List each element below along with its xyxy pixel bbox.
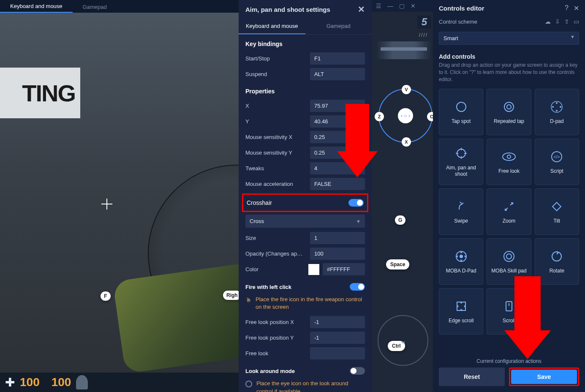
toggle-crosshair[interactable] — [348, 199, 364, 207]
cloud-upload-icon[interactable]: ☁ — [545, 18, 551, 25]
folder-icon[interactable]: ▭ — [574, 18, 579, 25]
tilt-icon — [550, 199, 564, 214]
input-size[interactable] — [310, 232, 365, 244]
close-window-icon[interactable]: ✕ — [411, 3, 416, 9]
svg-point-19 — [460, 255, 463, 258]
hamburger-icon[interactable]: ☰ — [376, 3, 381, 9]
dpad-key-v[interactable]: V — [402, 85, 411, 94]
input-tweaks[interactable] — [310, 162, 365, 174]
svg-point-5 — [556, 110, 558, 112]
control-scroll[interactable]: Scroll — [487, 288, 531, 335]
tab-gamepad[interactable]: Gamepad — [73, 1, 117, 13]
control-moba-dpad[interactable]: MOBA D-Pad — [439, 238, 483, 285]
svg-point-1 — [504, 102, 514, 112]
dpad-key-x[interactable]: X — [402, 137, 411, 147]
control-swipe[interactable]: Swipe — [439, 188, 483, 235]
minimize-icon[interactable]: — — [387, 3, 393, 9]
crosshair-toggle-row: Crosshair — [242, 193, 368, 212]
dpad-overlay[interactable]: ‹ ○ › V Z C X — [378, 89, 433, 143]
script-icon: </> — [550, 150, 564, 164]
color-swatch[interactable] — [308, 264, 319, 275]
label-fly: Free look position Y — [245, 335, 307, 341]
label-color: Color — [245, 266, 305, 272]
input-msy[interactable] — [310, 147, 365, 159]
maximize-icon[interactable]: ▢ — [399, 3, 405, 9]
chevron-down-icon: ⌄ — [400, 335, 407, 346]
svg-point-20 — [504, 251, 514, 261]
label-look-around: Look around mode — [245, 368, 346, 374]
reset-button[interactable]: Reset — [439, 368, 505, 386]
hud-weapon-icon — [376, 41, 431, 59]
toggle-fire-left-click[interactable] — [350, 283, 365, 291]
input-msx[interactable] — [310, 131, 365, 143]
close-icon[interactable]: ✕ — [358, 5, 365, 14]
close-editor-icon[interactable]: ✕ — [574, 4, 579, 12]
key-badge-g[interactable]: G — [395, 215, 405, 225]
input-x[interactable] — [310, 100, 365, 112]
svg-point-7 — [560, 106, 561, 108]
label-opacity: Opacity (Changes ap… — [245, 250, 307, 257]
control-moba-skill[interactable]: MOBA Skill pad — [487, 238, 531, 285]
control-repeated-tap[interactable]: Repeated tap — [487, 89, 531, 135]
toggle-look-around[interactable] — [350, 367, 365, 375]
input-opacity[interactable] — [310, 248, 365, 260]
control-tilt[interactable]: Tilt — [535, 188, 579, 235]
input-start-stop[interactable] — [310, 52, 365, 65]
input-freelook[interactable] — [310, 347, 365, 359]
key-badge-f[interactable]: F — [101, 291, 111, 301]
label-crosshair: Crosshair — [247, 199, 348, 206]
select-crosshair-shape[interactable]: Cross — [245, 215, 365, 228]
panel-title: Aim, pan and shoot settings — [245, 6, 330, 13]
dpad-icon — [550, 100, 564, 114]
input-suspend[interactable] — [310, 68, 365, 80]
edge-scroll-icon — [454, 299, 468, 313]
radio-look-around[interactable] — [245, 381, 252, 387]
joystick-overlay[interactable]: ⌄ — [378, 315, 428, 366]
control-zoom[interactable]: Zoom — [487, 188, 531, 235]
input-y[interactable] — [310, 115, 365, 128]
svg-point-0 — [457, 102, 466, 112]
panel-tab-keyboard[interactable]: Keyboard and mouse — [239, 19, 305, 34]
weapon-render — [113, 258, 239, 374]
svg-point-2 — [507, 105, 511, 109]
input-mouse-accel[interactable] — [310, 178, 365, 190]
controls-editor-panel: Controls editor ? ✕ Control scheme ☁ ⇩ ⇧… — [433, 0, 585, 392]
export-icon[interactable]: ⇧ — [564, 18, 569, 25]
control-tap-spot[interactable]: Tap spot — [439, 89, 483, 135]
control-dpad[interactable]: D-pad — [535, 89, 579, 135]
help-icon[interactable]: ? — [565, 4, 569, 12]
section-properties: Properties — [239, 82, 372, 98]
label-msx: Mouse sensitivity X — [245, 134, 307, 140]
label-freelook: Free look — [245, 350, 307, 357]
svg-point-6 — [552, 106, 554, 108]
input-color[interactable] — [323, 263, 365, 275]
control-free-look[interactable]: Free look — [487, 139, 531, 185]
input-fly[interactable] — [310, 332, 365, 344]
control-aim-pan-shoot[interactable]: Aim, pan and shoot — [439, 139, 483, 185]
select-control-scheme[interactable]: Smart — [439, 32, 579, 45]
hud-avatar-icon — [76, 375, 88, 389]
swipe-icon — [454, 199, 468, 214]
dpad-center-icon: ‹ ○ › — [398, 108, 413, 123]
hud-score: 5 — [417, 15, 431, 29]
tab-keyboard-mouse[interactable]: Keyboard and mouse — [0, 0, 73, 13]
panel-tab-gamepad[interactable]: Gamepad — [305, 19, 372, 34]
control-script[interactable]: </>Script — [535, 139, 579, 185]
key-badge-right-click[interactable]: Righ — [223, 291, 239, 300]
repeated-tap-icon — [502, 100, 516, 114]
control-edge-scroll[interactable]: Edge scroll — [439, 288, 483, 335]
game-viewport: TING F Righ ✚ 100 100 — [0, 13, 239, 392]
mouse-icon: 🖱 — [245, 297, 251, 303]
dpad-key-z[interactable]: Z — [375, 112, 384, 121]
input-flx[interactable] — [310, 316, 365, 328]
label-mouse-accel: Mouse acceleration — [245, 181, 307, 187]
import-icon[interactable]: ⇩ — [555, 18, 560, 25]
hud-armor: 100 — [52, 376, 71, 389]
label-y: Y — [245, 118, 307, 125]
save-button[interactable]: Save — [511, 370, 577, 384]
control-rotate[interactable]: Rotate — [535, 238, 579, 285]
hud-health: 100 — [20, 376, 40, 389]
svg-point-4 — [556, 102, 558, 104]
key-badge-space[interactable]: Space — [386, 259, 409, 270]
moba-skill-icon — [502, 249, 516, 264]
